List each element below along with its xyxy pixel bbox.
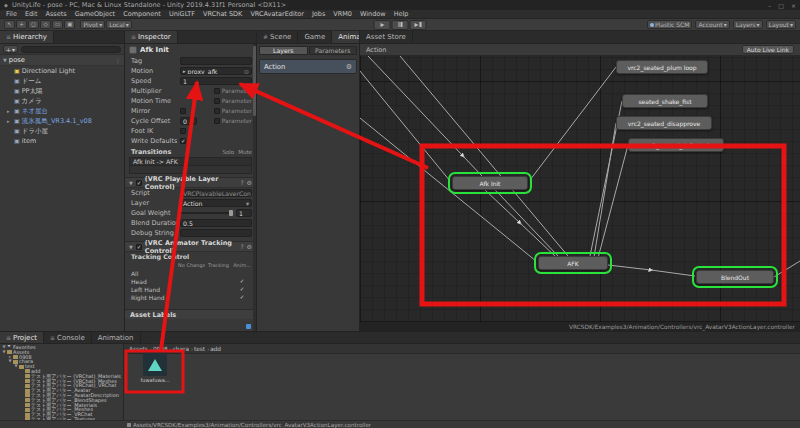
asset-thumbnail-icon[interactable] bbox=[143, 352, 167, 376]
move-tool-icon[interactable]: + bbox=[16, 20, 27, 29]
transform-tool-icon[interactable]: ▣ bbox=[64, 20, 75, 29]
layer-dropdown[interactable]: Action▾ bbox=[180, 199, 252, 207]
graph-breadcrumb[interactable]: Action bbox=[366, 46, 386, 54]
parameters-subtab[interactable]: Parameters bbox=[309, 46, 358, 55]
folder-expand-icon[interactable]: ▼ bbox=[14, 364, 18, 369]
gear-icon[interactable]: ⚙ bbox=[247, 243, 252, 250]
animator-layer-action[interactable]: Action ⚙ bbox=[259, 59, 357, 74]
layer-settings-gear-icon[interactable]: ⚙ bbox=[346, 63, 352, 71]
menu-item[interactable]: Edit bbox=[21, 10, 42, 19]
breadcrumb-item[interactable]: chara bbox=[173, 346, 189, 352]
tracking-row[interactable]: Head ✓ bbox=[125, 277, 256, 285]
foot-ik-checkbox[interactable] bbox=[180, 128, 186, 134]
inspector-scrollbar[interactable] bbox=[253, 44, 256, 331]
mirror-checkbox[interactable] bbox=[180, 108, 186, 114]
multiplier-parameter-checkbox[interactable] bbox=[214, 88, 220, 94]
layers-dropdown[interactable]: Layers▾ bbox=[733, 20, 763, 29]
motion-field[interactable]: ▸ proxy_afk ⊙ bbox=[180, 67, 252, 75]
menu-item[interactable]: Window bbox=[356, 10, 390, 19]
play-button[interactable] bbox=[374, 20, 391, 30]
hand-tool-icon[interactable]: ↖ bbox=[4, 20, 15, 29]
component-enabled-checkbox[interactable] bbox=[136, 244, 142, 250]
pause-button[interactable] bbox=[392, 20, 409, 30]
help-icon[interactable]: ? bbox=[240, 179, 243, 186]
layout-dropdown[interactable]: Layout▾ bbox=[766, 20, 796, 29]
local-toggle[interactable]: Local▾ bbox=[106, 20, 132, 29]
gear-icon[interactable]: ⚙ bbox=[247, 179, 252, 186]
menu-item[interactable]: Assets bbox=[41, 10, 70, 19]
help-icon[interactable]: ? bbox=[240, 243, 243, 250]
menu-item[interactable]: VRM0 bbox=[329, 10, 356, 19]
asset-labels-bar[interactable]: Asset Labels bbox=[125, 309, 253, 319]
debug-string-field[interactable] bbox=[180, 229, 252, 237]
hierarchy-item[interactable]: ▣ PP太陽 bbox=[0, 86, 124, 96]
graph-node[interactable]: Afk Init bbox=[452, 176, 528, 190]
plastic-scm-button[interactable]: Plastic SCM bbox=[647, 20, 693, 29]
scene-options-icon[interactable]: ⋮ bbox=[115, 57, 121, 64]
blend-duration-field[interactable]: 0.5 bbox=[180, 219, 252, 227]
menu-item[interactable]: GameObject bbox=[71, 10, 120, 19]
tab-project[interactable]: ≡Project bbox=[0, 332, 44, 343]
component-enabled-checkbox[interactable] bbox=[136, 180, 142, 186]
menu-item[interactable]: VRChat SDK bbox=[199, 10, 246, 19]
asset-tile[interactable]: fuwafuwa... bbox=[133, 352, 177, 383]
scene-header[interactable]: ▼ pose ⋮ bbox=[0, 55, 124, 66]
auto-live-link-button[interactable]: Auto Live Link bbox=[742, 45, 794, 54]
menu-item[interactable]: Component bbox=[119, 10, 165, 19]
folder-expand-icon[interactable]: ▼ bbox=[2, 350, 6, 355]
animator-graph-canvas[interactable]: vrc2_seated_plum loopseated_shake_fistvr… bbox=[360, 56, 800, 322]
tab-scene[interactable]: #Scene bbox=[257, 31, 298, 43]
hierarchy-item[interactable]: ▣ item bbox=[0, 136, 124, 146]
breadcrumb-item[interactable]: test bbox=[194, 346, 205, 352]
playable-layer-control-header[interactable]: ▼ (VRC Playable Layer Control) ?⚙ bbox=[125, 177, 256, 188]
goal-weight-field[interactable]: 1 bbox=[236, 209, 252, 217]
hierarchy-item[interactable]: ▸ ▣ ネオ屋台 bbox=[0, 106, 124, 116]
goal-weight-slider[interactable] bbox=[180, 212, 233, 214]
graph-node[interactable]: BlendOut bbox=[696, 270, 774, 284]
maximize-button[interactable]: □ bbox=[778, 2, 784, 9]
tracking-control-header[interactable]: ▼ (VRC Animator Tracking Control) ?⚙ bbox=[125, 241, 256, 252]
layers-subtab[interactable]: Layers bbox=[259, 46, 308, 55]
speed-field[interactable]: 1 bbox=[180, 77, 252, 85]
transition-item[interactable]: Afk Init -> AFK bbox=[129, 157, 252, 166]
tab-console[interactable]: ≡Console bbox=[44, 332, 92, 343]
tracking-row[interactable]: Left Hand ✓ bbox=[125, 285, 256, 293]
expand-icon[interactable]: ▸ bbox=[7, 108, 12, 114]
motion-time-parameter-checkbox[interactable] bbox=[214, 98, 220, 104]
tab-hierarchy[interactable]: ≡Hierarchy bbox=[0, 31, 54, 43]
scene-collapse-icon[interactable]: ▼ bbox=[3, 57, 7, 63]
breadcrumb-item[interactable]: add bbox=[210, 346, 221, 352]
tab-game[interactable]: Game bbox=[298, 31, 332, 43]
hierarchy-item[interactable]: ▣ ドーム bbox=[0, 76, 124, 86]
tag-field[interactable] bbox=[180, 57, 252, 65]
tracking-row[interactable]: All bbox=[125, 269, 256, 277]
folder-expand-icon[interactable]: ▼ bbox=[8, 359, 12, 364]
pivot-toggle[interactable]: Pivot▾ bbox=[80, 20, 105, 29]
hierarchy-item[interactable]: ▸ ▣ 流氷孤島_VR3.4.1_v08 bbox=[0, 116, 124, 126]
account-dropdown[interactable]: Account▾ bbox=[695, 20, 729, 29]
step-button[interactable] bbox=[410, 20, 427, 30]
menu-item[interactable]: Help bbox=[390, 10, 413, 19]
graph-node[interactable]: vrc2_seated_disapprove bbox=[616, 116, 712, 130]
mirror-parameter-checkbox[interactable] bbox=[214, 108, 220, 114]
tab-animator[interactable]: Animator bbox=[332, 31, 360, 43]
graph-node[interactable]: vrc2_seated_defeated bbox=[628, 138, 724, 152]
close-button[interactable]: × bbox=[791, 2, 796, 9]
cycle-offset-parameter-checkbox[interactable] bbox=[214, 118, 220, 124]
cycle-offset-field[interactable]: 0 bbox=[180, 117, 197, 125]
graph-node[interactable]: vrc2_seated_plum loop bbox=[616, 60, 708, 74]
rect-tool-icon[interactable]: ▭ bbox=[52, 20, 63, 29]
hierarchy-item[interactable]: ▣ カメラ bbox=[0, 96, 124, 106]
tab-asset-store[interactable]: Asset Store bbox=[360, 31, 413, 43]
hierarchy-item[interactable]: ▣ ドラ小屋 bbox=[0, 126, 124, 136]
tab-animation[interactable]: Animation bbox=[92, 332, 141, 343]
create-button[interactable]: +▾ bbox=[3, 45, 18, 53]
breadcrumb-item[interactable]: Assets bbox=[129, 346, 148, 352]
hierarchy-item[interactable]: ▣ Directional Light bbox=[0, 66, 124, 76]
scale-tool-icon[interactable]: ◇ bbox=[40, 20, 51, 29]
minimize-button[interactable]: – bbox=[768, 2, 771, 9]
breadcrumb-item[interactable]: 0908 bbox=[153, 346, 168, 352]
write-defaults-checkbox[interactable] bbox=[180, 138, 186, 144]
rotate-tool-icon[interactable]: ○ bbox=[28, 20, 39, 29]
menu-item[interactable]: Jobs bbox=[308, 10, 329, 19]
